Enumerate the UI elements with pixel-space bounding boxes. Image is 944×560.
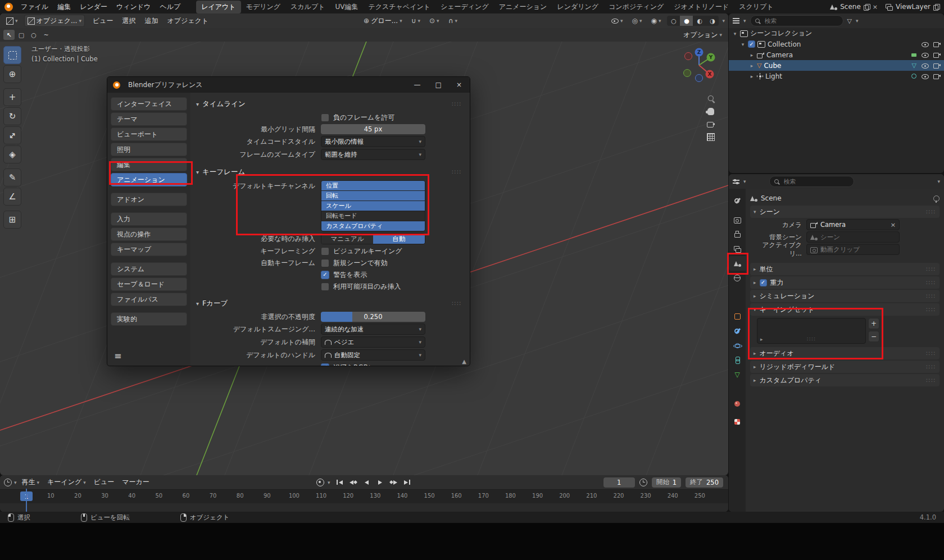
play-button[interactable] xyxy=(374,477,387,488)
viewport-menu-item[interactable]: ビュー xyxy=(88,15,118,27)
playback-menu[interactable]: 再生▾ xyxy=(19,477,43,488)
preferences-nav-item[interactable]: インターフェイス xyxy=(111,97,187,111)
section-gravity[interactable]: ▸ 重力 ∷∷ xyxy=(750,276,940,289)
jump-to-start-button[interactable] xyxy=(334,477,346,488)
section-keyframes[interactable]: ▾キーフレーム ∷∷ xyxy=(196,167,462,177)
zoom-type-dropdown[interactable]: 範囲を維持▾ xyxy=(321,149,425,160)
timeline-editor-icon[interactable] xyxy=(4,479,12,486)
outliner-row-collection[interactable]: ▾ Collection xyxy=(729,39,944,49)
menubar-item[interactable]: 編集 xyxy=(53,1,75,13)
disclosure-icon[interactable]: ▸ xyxy=(749,52,755,58)
grip-dots[interactable]: ∷∷ xyxy=(926,293,936,300)
outliner-row-scene-collection[interactable]: ▾ シーンコレクション xyxy=(729,28,944,39)
xyz-rgb-checkbox[interactable] xyxy=(321,363,329,366)
ortho-grid-icon[interactable] xyxy=(707,133,715,141)
preferences-nav-item[interactable]: ビューポート xyxy=(111,128,187,141)
disclosure-icon[interactable]: ▾ xyxy=(732,31,738,37)
zoom-icon[interactable] xyxy=(707,94,715,102)
select-box-tool[interactable] xyxy=(3,46,21,64)
grip-dots[interactable]: ∷∷ xyxy=(926,208,936,216)
add-cube-tool[interactable]: ⊞ xyxy=(3,211,21,229)
keying-set-list[interactable]: ▸ ∷∷ xyxy=(757,318,866,344)
move-tool[interactable]: + xyxy=(3,88,21,106)
editor-type-selector[interactable]: ▾ xyxy=(3,15,21,26)
section-keying-sets[interactable]: ▾キーイングセット ∷∷ xyxy=(750,303,940,316)
view-menu[interactable]: ビュー xyxy=(91,477,117,488)
workspace-tab[interactable]: レイアウト xyxy=(196,1,240,13)
grip-dots[interactable]: ∷∷ xyxy=(926,279,936,286)
scroll-up-icon[interactable]: ▲ xyxy=(462,358,466,365)
filter-funnel-icon[interactable]: ▽ xyxy=(847,18,852,24)
auto-keying-record-icon[interactable] xyxy=(316,479,324,486)
viewport-menu-item[interactable]: オブジェクト xyxy=(162,15,213,27)
constraint-tab[interactable] xyxy=(729,353,746,367)
keying-menu[interactable]: キーイング▾ xyxy=(44,477,89,488)
jump-to-end-button[interactable] xyxy=(401,477,414,488)
material-shading-button[interactable]: ◐ xyxy=(693,16,706,26)
grip-dots[interactable]: ∷∷ xyxy=(926,350,936,357)
frame-start-field[interactable]: 開始1 xyxy=(652,477,681,488)
proportional-editing-toggle[interactable]: ⊙▾ xyxy=(426,15,442,26)
timecode-dropdown[interactable]: 最小限の情報▾ xyxy=(321,136,425,147)
hide-eye-icon[interactable] xyxy=(921,52,929,58)
preferences-nav-item[interactable]: テーマ xyxy=(111,112,187,126)
outliner-row-camera[interactable]: ▸ Camera xyxy=(729,49,944,60)
timeline-ruler[interactable]: 1 10203040506070809010011012013014015016… xyxy=(0,489,728,503)
key-channel-item[interactable]: カスタムプロパティ xyxy=(321,221,425,231)
preferences-nav-item[interactable]: キーマップ xyxy=(111,243,187,256)
world-tab[interactable] xyxy=(729,271,746,285)
rendered-shading-button[interactable]: ◑ xyxy=(706,16,719,26)
preferences-nav-item[interactable]: 照明 xyxy=(111,143,187,156)
tweak-select-button[interactable]: ↖ xyxy=(3,30,15,40)
scale-tool[interactable]: ↔ xyxy=(3,126,21,144)
autokey-new-scene-checkbox[interactable] xyxy=(321,259,329,267)
preferences-nav-item[interactable]: アドオン xyxy=(111,193,187,206)
view-layer-tab[interactable] xyxy=(729,242,746,256)
workspace-tab[interactable]: ジオメトリノード xyxy=(669,1,734,13)
close-button[interactable]: × xyxy=(456,81,462,89)
grip-dots[interactable]: ∷∷ xyxy=(926,266,936,273)
list-resize-grip[interactable]: ∷∷ xyxy=(807,336,816,342)
disclosure-icon[interactable]: ▸ xyxy=(749,74,755,79)
menubar-item[interactable]: ウィンドウ xyxy=(112,1,155,13)
gizmos-dropdown[interactable]: ◎▾ xyxy=(629,15,645,26)
physics-tab[interactable] xyxy=(729,338,746,353)
options-dropdown[interactable]: オプション▾ xyxy=(680,29,725,40)
section-scene[interactable]: ▾シーン ∷∷ xyxy=(750,206,940,218)
outliner-editor-icon[interactable] xyxy=(733,18,739,24)
grip-dots[interactable]: ∷∷ xyxy=(452,169,462,176)
add-keying-set-button[interactable]: + xyxy=(868,318,879,329)
visual-keying-checkbox[interactable] xyxy=(321,247,329,256)
allow-negative-checkbox[interactable] xyxy=(321,113,329,122)
properties-editor-icon[interactable] xyxy=(733,179,739,184)
next-keyframe-button[interactable] xyxy=(388,477,400,488)
render-visibility-icon[interactable] xyxy=(933,52,941,58)
unlink-scene-icon[interactable]: × xyxy=(873,3,878,11)
hide-eye-icon[interactable] xyxy=(921,73,929,80)
object-visibility-dropdown[interactable]: ▾ xyxy=(608,15,626,26)
preferences-nav-item[interactable]: アニメーション xyxy=(111,173,187,186)
smoothing-dropdown[interactable]: 連続的な加速▾ xyxy=(321,324,425,335)
object-data-tab[interactable]: ▽ xyxy=(729,367,746,382)
preferences-nav-item[interactable]: セーブ＆ロード xyxy=(111,277,187,291)
texture-tab[interactable] xyxy=(729,415,746,429)
workspace-tab[interactable]: スクリプト xyxy=(734,1,778,13)
preferences-menu-icon[interactable]: ≡ xyxy=(114,350,121,361)
hide-eye-icon[interactable] xyxy=(921,62,929,69)
scene-selector[interactable]: Scene × xyxy=(830,3,878,11)
collection-checkbox[interactable] xyxy=(748,40,755,48)
viewlayer-selector[interactable]: ViewLayer xyxy=(886,3,940,11)
minimize-button[interactable]: — xyxy=(414,81,421,89)
prev-keyframe-button[interactable] xyxy=(347,477,360,488)
preferences-nav-item[interactable]: 視点の操作 xyxy=(111,227,187,241)
viewport-menu-item[interactable]: 追加 xyxy=(140,15,162,27)
menubar-item[interactable]: レンダー xyxy=(75,1,112,13)
clear-camera-icon[interactable]: × xyxy=(891,221,896,229)
section-units[interactable]: ▸単位 ∷∷ xyxy=(750,263,940,275)
gravity-checkbox[interactable] xyxy=(760,279,767,286)
workspace-tab[interactable]: アニメーション xyxy=(494,1,552,13)
timeline-track-area[interactable] xyxy=(0,503,728,512)
measure-tool[interactable]: ∠ xyxy=(3,188,21,206)
render-visibility-icon[interactable] xyxy=(933,41,941,47)
workspace-tab[interactable]: レンダリング xyxy=(552,1,603,13)
